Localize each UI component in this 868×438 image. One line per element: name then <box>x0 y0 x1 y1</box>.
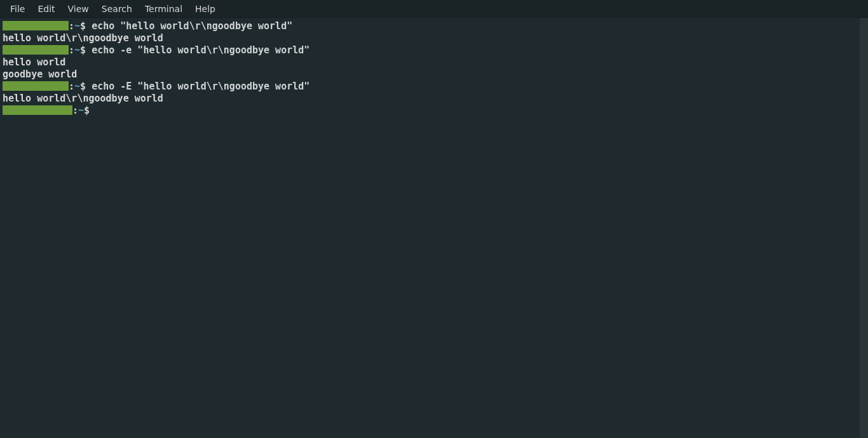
prompt-symbol: $ <box>84 105 95 116</box>
prompt-symbol: $ <box>80 44 92 56</box>
prompt-colon: : <box>69 44 74 56</box>
menu-view[interactable]: View <box>62 3 95 15</box>
output-line: hello world\r\ngoodbye world <box>3 93 857 105</box>
command-text: echo -e "hello world\r\ngoodbye world" <box>92 44 309 56</box>
prompt-path: ~ <box>74 44 80 56</box>
menu-help[interactable]: Help <box>189 3 222 15</box>
prompt-colon: : <box>72 105 78 116</box>
terminal-area[interactable]: :~$ echo "hello world\r\ngoodbye world"h… <box>0 18 868 438</box>
prompt-line: :~$ echo -E "hello world\r\ngoodbye worl… <box>3 81 857 93</box>
prompt-colon: : <box>69 20 74 32</box>
scrollbar-thumb[interactable] <box>860 18 868 438</box>
prompt-symbol: $ <box>80 20 92 32</box>
scrollbar-vertical[interactable] <box>860 18 868 438</box>
prompt-path: ~ <box>78 105 84 116</box>
prompt-line: :~$ <box>3 105 857 117</box>
menu-edit[interactable]: Edit <box>31 3 61 15</box>
menu-terminal[interactable]: Terminal <box>139 3 189 15</box>
command-text: echo "hello world\r\ngoodbye world" <box>92 20 292 32</box>
menu-search[interactable]: Search <box>95 3 139 15</box>
output-line: goodbye world <box>3 69 857 81</box>
menu-file[interactable]: File <box>4 3 31 15</box>
prompt-line: :~$ echo "hello world\r\ngoodbye world" <box>3 20 857 32</box>
output-line: hello world <box>3 56 857 69</box>
redacted-userhost <box>3 105 72 115</box>
output-line: hello world\r\ngoodbye world <box>3 32 857 44</box>
terminal-output[interactable]: :~$ echo "hello world\r\ngoodbye world"h… <box>0 18 859 438</box>
menubar: File Edit View Search Terminal Help <box>0 0 868 18</box>
prompt-line: :~$ echo -e "hello world\r\ngoodbye worl… <box>3 44 857 56</box>
redacted-userhost <box>3 45 69 55</box>
prompt-colon: : <box>69 81 74 92</box>
redacted-userhost <box>3 21 69 30</box>
redacted-userhost <box>3 81 69 91</box>
prompt-path: ~ <box>74 81 80 92</box>
prompt-path: ~ <box>74 20 80 32</box>
command-text: echo -E "hello world\r\ngoodbye world" <box>92 81 309 92</box>
prompt-symbol: $ <box>80 81 92 92</box>
